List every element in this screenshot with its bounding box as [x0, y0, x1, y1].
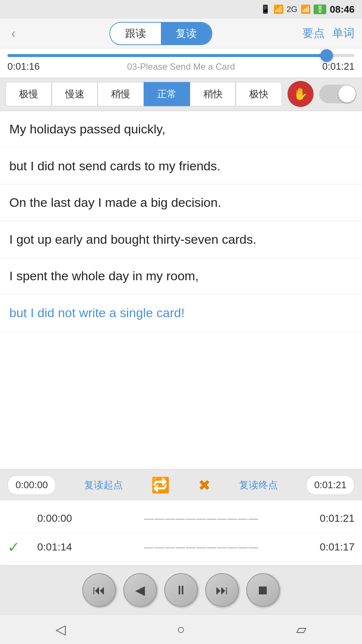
status-icons: 📱 📶 2G 📶 🔋 [260, 4, 326, 14]
status-bar: 📱 📶 2G 📶 🔋 08:46 [0, 0, 362, 19]
repeat-dashes-0: ——————————— [104, 513, 299, 524]
repeat-controls: 0:00:00 复读起点 🔁 ✖ 复读终点 0:01:21 [0, 469, 362, 501]
bottom-nav: ◁ ○ ▱ [0, 614, 362, 644]
text-line-5: but I did not write a single card! [0, 295, 362, 332]
text-line-4: I spent the whole day in my room, [0, 258, 362, 295]
repeat-entry-1: ✓ 0:01:14 ——————————— 0:01:17 [7, 533, 355, 562]
vocabulary-link[interactable]: 单词 [332, 26, 355, 41]
text-content: My holidays passed quickly, but I did no… [0, 111, 362, 469]
hand-icon: ✋ [293, 87, 308, 101]
mode-follow-button[interactable]: 跟读 [110, 23, 161, 44]
forward-step-button[interactable]: ⏭ [205, 573, 239, 607]
repeat-entry-end-1: 0:01:17 [306, 541, 355, 553]
speed-btn-5[interactable]: 极快 [236, 82, 282, 106]
rewind-fast-button[interactable]: ⏮ [82, 573, 116, 607]
repeat-arrow-icon[interactable]: 🔁 [151, 476, 170, 494]
repeat-dashes-1: ——————————— [104, 542, 299, 553]
repeat-entry-end-0: 0:01:21 [306, 512, 355, 524]
speed-btn-2[interactable]: 稍慢 [98, 82, 144, 106]
track-title: 03-Please Send Me a Card [127, 61, 235, 72]
pause-button[interactable]: ⏸ [164, 573, 198, 607]
key-points-link[interactable]: 要点 [302, 26, 325, 41]
repeat-end-time: 0:01:21 [306, 475, 355, 495]
playback-controls: ⏮ ◀ ⏸ ⏭ ⏹ [0, 565, 362, 614]
toggle-switch[interactable] [319, 85, 356, 103]
repeat-entries: ✓ 0:00:00 ——————————— 0:01:21 ✓ 0:01:14 … [0, 501, 362, 565]
repeat-entry-start-0: 0:00:00 [37, 512, 97, 524]
speed-btn-3[interactable]: 正常 [144, 82, 190, 106]
bottom-recent-button[interactable]: ▱ [285, 618, 318, 641]
wifi-icon: 📶 [273, 4, 283, 14]
progress-track[interactable] [7, 54, 355, 57]
repeat-start-label[interactable]: 复读起点 [84, 479, 123, 492]
signal-icon: 📶 [301, 4, 311, 14]
rewind-fast-icon: ⏮ [93, 583, 105, 597]
pause-icon: ⏸ [175, 583, 187, 597]
mode-repeat-button[interactable]: 复读 [161, 23, 212, 44]
mode-toggle: 跟读 复读 [109, 22, 212, 45]
sim-icon: 📱 [260, 4, 270, 14]
battery-icon: 🔋 [314, 4, 326, 14]
repeat-entry-start-1: 0:01:14 [37, 541, 97, 553]
bottom-home-button[interactable]: ○ [166, 618, 196, 641]
progress-area: 0:01:16 03-Please Send Me a Card 0:01:21 [0, 48, 362, 77]
network-label: 2G [286, 4, 297, 14]
repeat-end-label[interactable]: 复读终点 [239, 479, 278, 492]
time-row: 0:01:16 03-Please Send Me a Card 0:01:21 [7, 61, 355, 75]
status-time: 08:46 [330, 4, 355, 15]
nav-right: 要点 单词 [302, 26, 355, 41]
repeat-cancel-icon[interactable]: ✖ [198, 477, 211, 494]
repeat-entry-0: ✓ 0:00:00 ——————————— 0:01:21 [7, 504, 355, 533]
bottom-back-button[interactable]: ◁ [44, 618, 77, 641]
speed-btn-4[interactable]: 稍快 [190, 82, 236, 106]
repeat-check-1: ✓ [7, 539, 30, 556]
text-line-1: but I did not send cards to my friends. [0, 148, 362, 185]
back-button[interactable]: ‹ [7, 24, 19, 43]
speed-btn-0[interactable]: 极慢 [6, 82, 52, 106]
stop-button[interactable]: ⏹ [246, 573, 280, 607]
toggle-knob [339, 85, 356, 102]
repeat-start-time: 0:00:00 [7, 475, 56, 495]
time-total: 0:01:21 [322, 61, 355, 72]
forward-step-icon: ⏭ [216, 583, 228, 597]
top-nav: ‹ 跟读 复读 要点 单词 [0, 19, 362, 48]
text-line-0: My holidays passed quickly, [0, 111, 362, 148]
stop-icon: ⏹ [257, 583, 269, 597]
rewind-step-button[interactable]: ◀ [123, 573, 157, 607]
progress-fill [7, 54, 327, 57]
stop-hand-button[interactable]: ✋ [288, 81, 314, 107]
time-current: 0:01:16 [7, 61, 40, 72]
speed-controls: 极慢 慢速 稍慢 正常 稍快 极快 ✋ [0, 77, 362, 111]
speed-btn-1[interactable]: 慢速 [52, 82, 98, 106]
text-line-3: I got up early and bought thirty-seven c… [0, 221, 362, 258]
progress-thumb[interactable] [320, 49, 333, 62]
text-line-2: On the last day I made a big decision. [0, 184, 362, 221]
rewind-step-icon: ◀ [135, 583, 145, 597]
